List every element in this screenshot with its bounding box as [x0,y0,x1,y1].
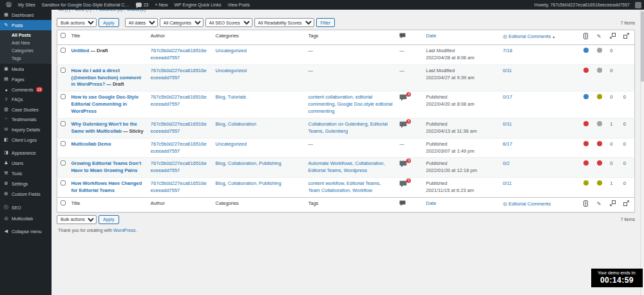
seo-scores-filter-select[interactable]: All SEO Scores [205,18,252,27]
sidebar-item-faqs[interactable]: ? FAQs [0,95,52,104]
submenu-all-posts[interactable]: All Posts [0,31,52,39]
tags-links[interactable]: Automate Workflows, Collaboration, Edito… [308,160,384,173]
column-footer-comments[interactable] [396,197,422,212]
sidebar-item-settings[interactable]: ⚙ Settings [0,178,52,189]
new-menu[interactable]: + New [151,0,171,10]
wpe-quick-links-menu[interactable]: WP Engine Quick Links [171,0,224,10]
select-all-checkbox[interactable] [61,200,66,205]
sidebar-item-media[interactable]: ▣ Media [0,64,52,74]
column-header-date[interactable]: Date [422,30,499,45]
editorial-comments-link[interactable]: 7/18 [503,48,513,53]
editorial-comment-bubble[interactable]: 5 [399,121,407,131]
column-header-editorial-comments[interactable]: ◎Editorial Comments▲ [500,30,580,45]
wordpress-link[interactable]: WordPress. [113,228,137,233]
column-header-comments[interactable] [396,30,422,45]
editorial-comment-bubble[interactable]: 9 [399,160,407,170]
tags-links[interactable]: Collaboration on Gutenberg, Editorial Te… [308,121,387,134]
select-all-checkbox[interactable] [61,33,66,38]
categories-links[interactable]: Uncategorized [216,68,247,73]
view-posts-link[interactable]: View Posts [225,0,254,10]
column-footer-readability-score[interactable]: ✎ [594,197,607,212]
post-title-link[interactable]: Untitled [71,48,89,53]
filter-button[interactable]: Filter [316,18,336,27]
column-footer-editorial-comments[interactable]: ◎Editorial Comments [500,197,580,212]
dates-filter-select[interactable]: All dates [125,18,158,27]
submenu-tags[interactable]: Tags [0,54,52,62]
editorial-comments-link[interactable]: 0/11 [503,121,512,127]
categories-links[interactable]: Uncategorized [216,141,247,147]
column-header-seo-score[interactable] [580,30,594,45]
submenu-add-new[interactable]: Add New [0,39,52,46]
author-link[interactable]: 767c5b0d227eca616516eeceeadd7557 [151,180,207,193]
author-link[interactable]: 767c5b0d227eca616516eeceeadd7557 [151,160,207,173]
row-checkbox[interactable] [61,180,66,186]
bulk-actions-select-bottom[interactable]: Bulk actions [57,215,97,224]
sidebar-item-inquiry-details[interactable]: ✉ Inquiry Details [0,124,52,135]
sidebar-item-appearance[interactable]: ◨ Appearance [0,148,52,158]
author-link[interactable]: 767c5b0d227eca616516eeceeadd7557 [151,121,207,134]
sidebar-item-dashboard[interactable]: ▦ Dashboard [0,10,52,20]
page-scrollbar[interactable] [640,10,644,295]
sidebar-item-seo[interactable]: Ⓨ SEO [0,202,52,213]
tags-links[interactable]: content collaboration, editorial comment… [308,94,392,114]
apply-button[interactable]: Apply [99,18,119,27]
sidebar-item-users[interactable]: ♟ Users [0,158,52,168]
sidebar-item-multicollab[interactable]: ◎ Multicollab [0,213,52,224]
sidebar-item-tools[interactable]: ⚒ Tools [0,168,52,178]
editorial-comments-link[interactable]: 0/17 [503,94,513,100]
column-header-readability-score[interactable]: ✎ [594,30,607,45]
my-sites-menu[interactable]: My Sites [15,0,39,10]
editorial-comment-bubble[interactable]: 5 [399,180,407,190]
site-name-menu[interactable]: Sandbox for Google Doc-Style Editorial C… [39,0,133,10]
categories-links[interactable]: Blog, Tutorials [216,94,247,100]
row-checkbox[interactable] [61,48,66,53]
row-checkbox[interactable] [61,160,66,166]
column-footer-title[interactable]: Title [68,197,147,212]
post-title-link[interactable]: Multicollab Demo [71,141,111,147]
sidebar-item-testimonials[interactable]: “ Testimonials [0,115,52,124]
row-checkbox[interactable] [61,141,66,146]
sidebar-item-posts[interactable]: ✎ Posts [0,20,52,30]
author-link[interactable]: 767c5b0d227eca616516eeceeadd7557 [151,68,207,81]
categories-links[interactable]: Uncategorized [216,48,247,53]
view-all-link[interactable]: All (7) [57,10,72,12]
sidebar-item-custom-fields[interactable]: ⊞ Custom Fields [0,189,52,199]
author-link[interactable]: 767c5b0d227eca616516eeceeadd7557 [151,48,207,61]
view-drafts-link[interactable]: Drafts (2) [124,10,147,12]
sidebar-item-client-logos[interactable]: ◧ Client Logos [0,135,52,145]
author-link[interactable]: 767c5b0d227eca616516eeceeadd7557 [151,94,207,107]
categories-links[interactable]: Blog, Collaboration [216,121,256,127]
scrollbar-thumb[interactable] [641,11,644,82]
post-title-link[interactable]: Growing Editorial Teams Don't Have to Me… [71,160,141,173]
view-mine-link[interactable]: Mine (7) [72,10,93,12]
author-link[interactable]: 767c5b0d227eca616516eeceeadd7557 [151,141,207,154]
collapse-menu-button[interactable]: ◀ Collapse menu [0,226,52,236]
submenu-categories[interactable]: Categories [0,46,52,54]
categories-links[interactable]: Blog, Collaboration, Publishing [216,180,281,186]
editorial-comments-link[interactable]: 0/11 [503,180,512,186]
row-checkbox[interactable] [61,94,66,99]
row-checkbox[interactable] [61,68,66,73]
column-footer-date[interactable]: Date [422,197,499,212]
categories-links[interactable]: Blog, Collaboration, Publishing [216,160,281,166]
sidebar-item-case-studies[interactable]: ▥ Case Studies [0,104,52,115]
sidebar-item-pages[interactable]: ▤ Pages [0,74,52,84]
column-header-title[interactable]: Title [68,30,147,45]
column-footer-incoming-links[interactable] [607,197,620,212]
post-title-link[interactable]: How Workflows Have Changed for Editorial… [71,180,142,193]
editorial-comments-link[interactable]: 0/2 [503,160,509,166]
readability-scores-filter-select[interactable]: All Readability Scores [254,18,314,27]
howdy-account-menu[interactable]: Howdy, 767c5b0d227eca616516eeceeadd7557 [531,0,633,10]
post-title-link[interactable]: How to use Google Doc-Style Editorial Co… [71,94,138,114]
row-checkbox[interactable] [61,121,66,126]
view-published-link[interactable]: Published (5) [93,10,124,12]
column-footer-seo-score[interactable] [580,197,594,212]
bulk-actions-select[interactable]: Bulk actions [57,18,97,27]
editorial-comment-bubble[interactable]: 9 [399,94,407,104]
wordpress-logo-icon[interactable]: Ⓦ [3,0,15,10]
tags-links[interactable]: content workflow, Editorial Teams, Team … [308,180,381,193]
column-footer-outgoing-links[interactable] [620,197,635,212]
column-header-incoming-links[interactable] [607,30,620,45]
adminbar-comments[interactable]: 23 [133,0,152,10]
editorial-comments-link[interactable]: 0/11 [503,68,512,73]
